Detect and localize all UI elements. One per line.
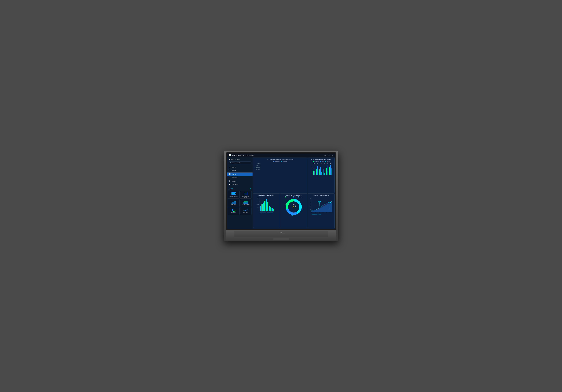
svg-rect-59 [263, 202, 264, 211]
legend-label-satisfied: Satisfied [283, 161, 287, 162]
donut-svg: 💰 30% 28% 42% [282, 198, 305, 216]
nav-item-charts[interactable]: 📊 Charts [227, 172, 253, 176]
app-icon: 📊 [229, 154, 231, 156]
legend-books: Books [325, 161, 329, 162]
svg-rect-60 [264, 201, 265, 211]
panel-customers-age: Distribution of Customers Age 80% 60% 40… [308, 193, 335, 228]
nav-item-template[interactable]: ⊟ Template [227, 176, 253, 179]
breadcrumb-home[interactable]: HOME [231, 159, 234, 160]
screen-bezel: 📊 Business Charts Q1 Presentation — ❐ ✕ … [226, 152, 336, 230]
nav-item-pages[interactable]: ⊞ Pages [227, 166, 253, 169]
svg-text:80: 80 [312, 166, 312, 166]
svg-rect-21 [313, 170, 314, 175]
svg-rect-66 [273, 209, 274, 211]
svg-text:4,566: 4,566 [328, 202, 330, 203]
svg-text:42%: 42% [323, 163, 325, 164]
svg-text:Scope 2: Scope 2 [264, 213, 266, 213]
panel1-legend: Dissatisfied Satisfied [254, 161, 306, 162]
svg-rect-63 [269, 206, 270, 211]
nav-item-comments[interactable]: 💬 Comments [227, 183, 253, 186]
maximize-button[interactable]: ❐ [328, 154, 330, 156]
nav-item-images[interactable]: 🖼 Images [227, 179, 253, 183]
dot-books2 [298, 196, 299, 197]
svg-rect-5 [246, 193, 246, 195]
dot-books [325, 161, 326, 162]
minimize-button[interactable]: — [324, 154, 327, 156]
h-bar-chart: STORE [254, 163, 306, 171]
breadcrumb-sep: > [235, 159, 236, 160]
panel1-title: Sales Satisfaction Ratings by Purchase M… [254, 159, 306, 160]
svg-rect-3 [244, 193, 244, 195]
svg-text:Scope 4: Scope 4 [271, 213, 273, 213]
svg-text:New York: New York [323, 176, 325, 176]
panel-total-sales: Total Sales in USD by Location 400,000 3… [253, 193, 280, 228]
stacked-area-icon [243, 200, 248, 203]
chart-thumb-stacked-col[interactable]: Stacked Column Chart [240, 191, 251, 199]
svg-rect-8 [245, 192, 245, 193]
panel5-title: Distribution of Customers Age [309, 195, 333, 196]
label-food: Food [322, 161, 324, 162]
line-label: Line Chart [243, 212, 248, 213]
svg-text:77%: 77% [327, 163, 328, 164]
area-icon [231, 200, 236, 203]
svg-rect-28 [318, 170, 318, 175]
svg-rect-41 [326, 168, 327, 175]
search-box[interactable]: 🔍 [229, 161, 251, 164]
donut-container: 💰 30% 28% 42% [281, 198, 306, 216]
stacked-bar-icon [231, 192, 236, 195]
svg-text:300: 300 [322, 212, 323, 213]
area-chart-svg: 80% 60% 40% 20% [309, 196, 333, 214]
legend-label-dissatisfied: Dissatisfied [275, 161, 280, 162]
touchpad[interactable] [273, 238, 289, 240]
panel3-title: Total Sales in USD by Location [254, 195, 279, 196]
svg-rect-4 [245, 192, 245, 195]
svg-text:FY17: FY17 [270, 211, 271, 212]
svg-text:28%: 28% [301, 208, 303, 210]
svg-rect-1 [232, 193, 235, 194]
chart-thumb-donut[interactable]: Donut Chart [228, 207, 239, 215]
sidebar-section-header[interactable]: Charts ▾ [227, 187, 253, 190]
main-content: Sales Satisfaction Ratings by Purchase M… [253, 157, 335, 229]
label-books2: Books [299, 196, 302, 198]
app-body: 🏠 HOME > Charts 🔍 ⊞ Pages [227, 157, 335, 229]
titlebar-controls: — ❐ ✕ [324, 154, 334, 156]
chart-thumb-stacked-bar[interactable]: Stacked Bar Chart [228, 191, 239, 199]
svg-text:0: 0 [311, 212, 312, 213]
nav-item-outline[interactable]: ☰ Outline [227, 169, 253, 172]
svg-rect-58 [261, 203, 263, 211]
svg-text:FY18: FY18 [273, 211, 274, 212]
search-input[interactable] [232, 162, 250, 164]
legend-satisfied: Satisfied [281, 161, 287, 162]
dot-elec2 [285, 196, 286, 197]
svg-rect-64 [270, 207, 271, 211]
label-books: Books [327, 161, 329, 162]
chart-thumb-line[interactable]: Line Chart [240, 207, 251, 215]
svg-text:500: 500 [330, 212, 331, 213]
outline-icon: ☰ [229, 170, 231, 172]
bar-group-store [261, 164, 306, 164]
chart-thumb-stacked-area[interactable]: Stcked Area Chart [240, 199, 251, 207]
svg-rect-0 [232, 192, 236, 193]
bar-label-untitled: UNTITLED [254, 169, 260, 170]
close-button[interactable]: ✕ [331, 154, 334, 156]
grouped-bar-chart: 100 80 60 40 20 0 64% Aust [309, 163, 333, 177]
svg-rect-33 [321, 172, 322, 175]
svg-text:20%: 20% [310, 209, 311, 210]
svg-text:Berlin: Berlin [316, 176, 318, 176]
svg-text:40%: 40% [310, 205, 311, 206]
svg-rect-48 [331, 168, 331, 175]
line-icon [243, 208, 248, 212]
bar-label-store: STORE [254, 163, 260, 164]
charts-nav-label: Charts [232, 173, 236, 175]
svg-text:Paris: Paris [327, 176, 328, 176]
svg-rect-65 [271, 208, 273, 211]
window-titlebar: 📊 Business Charts Q1 Presentation — ❐ ✕ [227, 153, 335, 157]
sales-bar-chart: 400,000 300,000 200,000 100,000 0 [254, 196, 279, 213]
svg-text:Analysis report is only for re: Analysis report is only for reference [312, 214, 321, 214]
legend-dot-dissatisfied [273, 161, 274, 162]
svg-text:100: 100 [311, 163, 312, 164]
stacked-col-icon [243, 192, 248, 195]
svg-text:FY17: FY17 [263, 211, 264, 212]
svg-text:300,000: 300,000 [257, 201, 259, 202]
chart-thumb-area[interactable]: Area Chart [228, 199, 239, 207]
